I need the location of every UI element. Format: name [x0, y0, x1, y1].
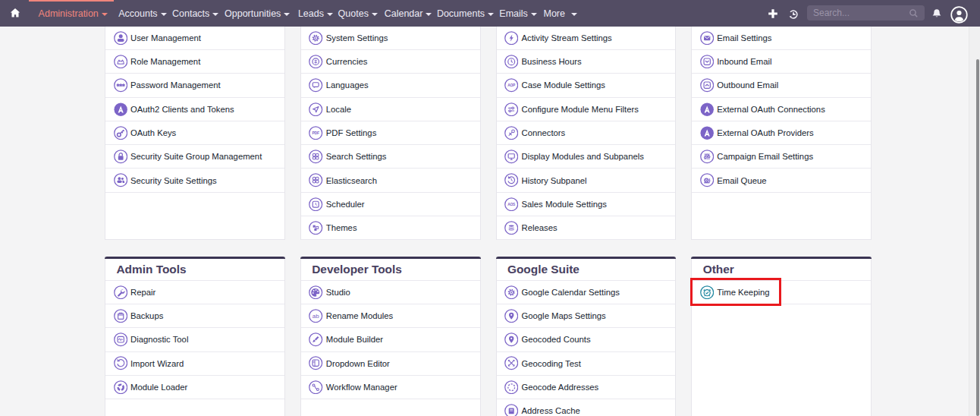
svg-text:PDF: PDF: [313, 131, 320, 135]
svg-text:AOS: AOS: [507, 203, 516, 206]
svg-text:ab: ab: [313, 313, 319, 320]
svg-text:AOP: AOP: [507, 84, 516, 87]
